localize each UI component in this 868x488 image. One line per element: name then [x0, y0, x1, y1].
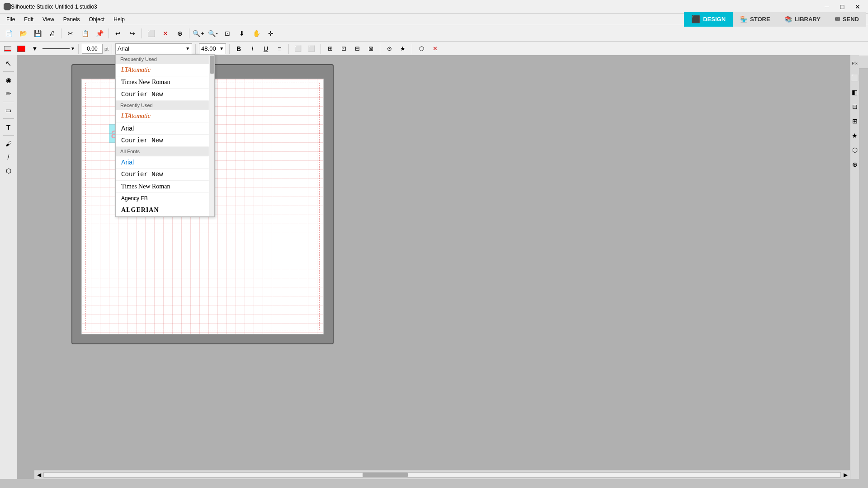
hand-tool-button[interactable]: ✋ [250, 27, 263, 40]
font-item-courier-all[interactable]: Courier New [116, 169, 214, 181]
align-button[interactable]: ≡ [274, 43, 285, 54]
redo-button[interactable]: ↪ [126, 27, 139, 40]
stroke-color-button[interactable] [2, 43, 14, 54]
delete-text-button[interactable]: ✕ [429, 43, 441, 54]
font-dropdown-scrollbar[interactable] [209, 55, 214, 216]
pointer-tool[interactable]: ↖ [2, 57, 15, 70]
stroke-width-input[interactable] [82, 44, 103, 54]
eraser-tool[interactable]: ⬡ [2, 164, 15, 177]
format-sep-6 [321, 44, 321, 54]
panel-btn-1[interactable]: ⬜ [848, 71, 859, 84]
panel-btn-6[interactable]: ⬡ [848, 144, 859, 156]
font-item-courier-recent[interactable]: Courier New [116, 135, 214, 147]
stroke-dropdown-arrow[interactable]: ▼ [71, 46, 75, 51]
print-button[interactable]: 🖨 [45, 27, 59, 40]
underline-button[interactable]: U [260, 43, 272, 54]
menu-edit[interactable]: Edit [19, 15, 38, 23]
zoom-out-button[interactable]: 🔍- [206, 27, 220, 40]
font-item-arial-recent[interactable]: Arial [116, 122, 214, 135]
fill-color-button[interactable] [15, 43, 27, 54]
maximize-button[interactable]: □ [835, 2, 849, 12]
new-button[interactable]: 📄 [2, 27, 15, 40]
font-item-times-freq[interactable]: Times New Roman [116, 76, 214, 89]
star-button[interactable]: ★ [397, 43, 409, 54]
scroll-track[interactable] [43, 472, 841, 478]
format-sep-7 [380, 44, 380, 54]
panel-btn-2[interactable]: ◧ [848, 86, 859, 99]
undo-button[interactable]: ↩ [111, 27, 125, 40]
scroll-right-button[interactable]: ▶ [841, 471, 850, 479]
move-down-button[interactable]: ⬇ [235, 27, 249, 40]
delete-shape-button[interactable]: ✕ [159, 27, 172, 40]
pencil-tool[interactable]: ✏ [2, 87, 15, 100]
font-item-arial-all[interactable]: Arial [116, 156, 214, 169]
font-item-courier-freq[interactable]: Courier New [116, 89, 214, 101]
menu-bar: File Edit View Panels Object Help ⬛ DESI… [0, 14, 868, 25]
menu-panels[interactable]: Panels [59, 15, 85, 23]
save-button[interactable]: 💾 [31, 27, 44, 40]
open-button[interactable]: 📂 [16, 27, 30, 40]
style-button[interactable]: ⊙ [383, 43, 395, 54]
copy-button[interactable]: 📋 [78, 27, 92, 40]
zoom-in-button[interactable]: 🔍+ [192, 27, 205, 40]
stroke-dropdown[interactable]: ▼ [29, 43, 41, 54]
design-icon: ⬛ [691, 15, 700, 23]
zoom-fit-button[interactable]: ⊡ [221, 27, 234, 40]
send-button[interactable]: ✉ SEND [828, 12, 866, 27]
panel-btn-4[interactable]: ⊞ [848, 115, 859, 127]
ungroup-button[interactable]: ⊟ [351, 43, 363, 54]
select-button[interactable]: ⬜ [144, 27, 158, 40]
font-dropdown-arrow: ▼ [185, 46, 190, 51]
cut-button[interactable]: ✂ [64, 27, 77, 40]
design-button[interactable]: ⬛ DESIGN [684, 12, 733, 27]
font-item-agency-all[interactable]: Agency FB [116, 193, 214, 204]
minimize-button[interactable]: ─ [820, 2, 834, 12]
format-sep-8 [412, 44, 412, 54]
design-label: DESIGN [703, 16, 726, 23]
scroll-thumb[interactable] [363, 473, 408, 477]
panel-btn-7[interactable]: ⊕ [848, 158, 859, 171]
rectangle-tool[interactable]: ▭ [2, 104, 15, 117]
panel-btn-3[interactable]: ⊟ [848, 100, 859, 113]
resize-handle2[interactable]: ⬜ [306, 43, 317, 54]
knife-tool[interactable]: / [2, 151, 15, 164]
transform-button[interactable]: ⊕ [173, 27, 187, 40]
stroke-unit: pt [104, 46, 108, 52]
close-button[interactable]: ✕ [851, 2, 864, 12]
panel-btn-5[interactable]: ★ [848, 129, 859, 142]
horizontal-scrollbar[interactable]: ◀ ▶ [34, 470, 850, 479]
font-size-dropdown-arrow: ▼ [219, 46, 224, 51]
ltb-sep-1 [3, 71, 14, 72]
font-selector[interactable]: Arial ▼ [115, 43, 192, 54]
font-scroll-thumb[interactable] [210, 56, 214, 74]
menu-help[interactable]: Help [109, 15, 129, 23]
font-dropdown-panel: Frequently Used LTAtomatic Times New Rom… [115, 54, 215, 217]
crosshair-button[interactable]: ✛ [264, 27, 278, 40]
group-button[interactable]: ⊡ [338, 43, 349, 54]
font-item-algerian-all[interactable]: ALGERIAN [116, 204, 214, 216]
text-tool[interactable]: T [2, 121, 15, 133]
menu-file[interactable]: File [2, 15, 19, 23]
paint-tool[interactable]: 🖌 [2, 137, 15, 150]
send-label: SEND [843, 16, 859, 23]
3d-button[interactable]: ⬡ [415, 43, 427, 54]
font-item-ltatomatic-recent[interactable]: LTAtomatic [116, 110, 214, 122]
library-button[interactable]: 📚 LIBRARY [778, 12, 828, 27]
scroll-left-button[interactable]: ◀ [34, 471, 43, 479]
font-item-ltatomatic-freq[interactable]: LTAtomatic [116, 64, 214, 76]
store-label: STORE [750, 16, 770, 23]
store-button[interactable]: 🏪 STORE [733, 12, 778, 27]
bold-button[interactable]: B [233, 43, 245, 54]
merge-button[interactable]: ⊠ [365, 43, 377, 54]
paste-button[interactable]: 📌 [93, 27, 106, 40]
pix-button[interactable]: Pix [848, 57, 859, 70]
resize-handle1[interactable]: ⬜ [292, 43, 304, 54]
menu-object[interactable]: Object [85, 15, 109, 23]
font-size-selector[interactable]: 48.00 ▼ [199, 43, 226, 54]
menu-view[interactable]: View [38, 15, 59, 23]
toolbar-sep-1 [61, 28, 61, 38]
italic-button[interactable]: I [246, 43, 258, 54]
font-item-times-all[interactable]: Times New Roman [116, 181, 214, 193]
node-edit-tool[interactable]: ◉ [2, 74, 15, 86]
copy-shape-button[interactable]: ⊞ [324, 43, 336, 54]
